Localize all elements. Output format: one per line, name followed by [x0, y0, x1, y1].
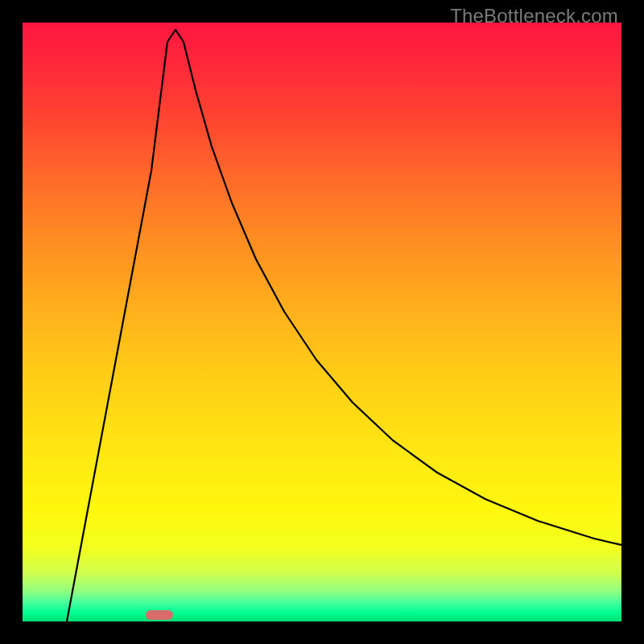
min-marker [146, 610, 173, 620]
chart-container: TheBottleneck.com [0, 0, 644, 644]
plot-area [23, 23, 621, 621]
watermark-text: TheBottleneck.com [450, 5, 618, 27]
curve-line [23, 23, 621, 621]
